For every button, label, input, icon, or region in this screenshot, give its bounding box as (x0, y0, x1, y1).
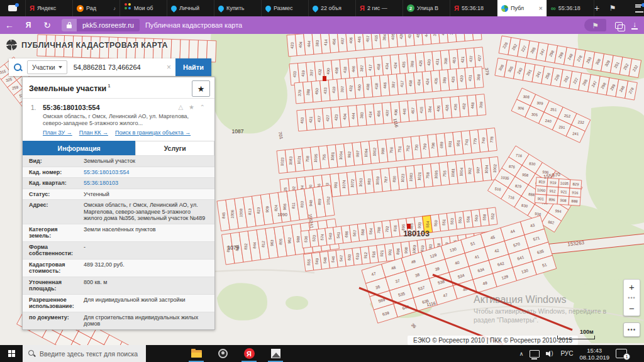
parcel-number: 916 (572, 190, 579, 195)
taskbar-app-photos[interactable] (267, 345, 284, 362)
taskbar-app-file-explorer[interactable] (187, 345, 205, 362)
browser-tab-10[interactable]: Я55:36:18 (450, 0, 497, 16)
parcel-number: 458 (376, 63, 381, 70)
result-link-2[interactable]: Поиск в границах объекта → (115, 129, 191, 136)
parcel-number: 567 (352, 229, 357, 236)
zoom-slider-dots[interactable]: ••• (624, 294, 640, 301)
panels-button[interactable] (626, 0, 644, 16)
start-button[interactable] (0, 345, 23, 362)
scale-bar (557, 336, 595, 339)
browser-tab-12[interactable]: ∞55:36:18 (547, 0, 594, 16)
detail-value: - (84, 242, 214, 259)
parcel-number: 916 (371, 251, 376, 258)
favorites-star-button[interactable]: ★ (192, 80, 210, 97)
search-category-select[interactable]: Участки (27, 60, 67, 74)
yandex-browser-icon: Я (244, 348, 255, 359)
search-input[interactable] (72, 63, 162, 72)
browser-tab-0[interactable] (0, 0, 26, 16)
browser-tab-1[interactable]: ЯЯндекс (26, 0, 73, 16)
refresh-button[interactable]: ↻ (38, 20, 57, 30)
add-bookmark-button[interactable]: ⚑ (584, 19, 606, 31)
taskbar-search[interactable]: Введите здесь текст для поиска (23, 345, 146, 362)
tab-audio-icon[interactable]: ♪ (113, 6, 116, 11)
search-submit-button[interactable]: Найти (175, 58, 211, 76)
apps-grid-icon (125, 3, 127, 6)
site-header: ПУБЛИЧНАЯ КАДАСТРОВАЯ КАРТА (6, 40, 168, 50)
clear-search-icon[interactable]: × (167, 63, 171, 72)
parcel-number: 305 (531, 112, 538, 117)
taskbar-app-obs[interactable] (214, 345, 231, 362)
parcel-number: 813 (247, 208, 252, 215)
parcel-number: 420 (459, 75, 464, 82)
quarter-label: 1090 (277, 212, 287, 217)
network-icon[interactable] (530, 350, 540, 358)
parcel-number: 819 (419, 244, 425, 251)
tab-title: Улица В (417, 5, 446, 11)
result-index: 1. (31, 104, 36, 111)
tab-информация[interactable]: Информация (23, 141, 135, 155)
back-button[interactable]: ← (0, 20, 19, 30)
parcel-number: 445 (402, 107, 407, 114)
detail-value[interactable]: 55:36:180103 (84, 178, 214, 189)
browser-tab-5[interactable]: Купить (214, 0, 262, 16)
parcel-number: 433 (292, 70, 297, 77)
tab-close-icon[interactable]: × (539, 4, 543, 12)
parcel-number: 779 (472, 138, 477, 145)
detail-value[interactable]: 55:36:180103:554 (84, 167, 214, 178)
parcel-number: 997 (475, 167, 480, 173)
parcel-number: 1081 (330, 151, 335, 161)
new-tab-button[interactable]: + (594, 0, 599, 16)
parcel-number: 387 (391, 81, 396, 88)
parcel-number: 432 (317, 69, 322, 75)
parcel-number: 988 (296, 236, 300, 243)
download-icon[interactable]: ↓ (631, 21, 638, 30)
tab-title: Размес (274, 5, 304, 11)
result-item[interactable]: 1. 55:36:180103:554 △ ★ ⌃ Омская область… (29, 104, 208, 136)
browser-tab-2[interactable]: Рад♪ (73, 0, 120, 16)
result-link-1[interactable]: План КК → (79, 129, 108, 136)
map-search-bar: Участки × Найти (9, 58, 211, 76)
map-zoom-in-button[interactable]: + (624, 280, 640, 294)
parcel-number: 419 (331, 86, 336, 93)
parcel-number: 792 (384, 226, 389, 233)
parcel-number: 752 (406, 145, 411, 151)
result-item-icons[interactable]: △ ★ ⌃ (178, 104, 207, 111)
notification-icon[interactable]: 1 (616, 349, 627, 358)
browser-tab-11[interactable]: Публ× (497, 0, 547, 16)
windows-logo-icon (8, 350, 15, 357)
detail-label: Уточненная площадь: (23, 277, 84, 294)
parcel-number: 424 (392, 62, 397, 69)
language-indicator[interactable]: РУС (560, 350, 573, 357)
parcel-number: 921 (379, 250, 384, 256)
parcel-number: 555 (306, 258, 311, 265)
parcel-number: 387 (359, 65, 364, 72)
site-security-chip[interactable] (62, 19, 77, 31)
taskbar-apps: Я (187, 345, 284, 362)
browser-tab-6[interactable]: Размес (262, 0, 309, 16)
parcel-number: 411 (441, 34, 446, 36)
parcel-number: 309 (536, 101, 543, 106)
map-more-options-button[interactable]: ••• (623, 322, 640, 337)
browser-tab-8[interactable]: Я2 гис — (356, 0, 403, 16)
tray-chevron-icon[interactable]: ∧ (519, 351, 524, 357)
system-tray: ∧ ) РУС 15:43 08.10.2019 1 (519, 347, 644, 361)
bookmarks-flag-button[interactable]: ⚑ (599, 0, 626, 16)
taskbar-app-yandex-browser[interactable]: Я (240, 345, 258, 362)
browser-tab-3[interactable]: Мои об (120, 0, 167, 16)
tab-услуги[interactable]: Услуги (135, 141, 214, 155)
parcel-number: 425 (450, 76, 455, 83)
tab-title: Публ (511, 5, 536, 11)
map-parcel[interactable] (171, 39, 180, 60)
yandex-home-button[interactable]: Я (19, 21, 38, 30)
browser-tab-4[interactable]: Личный (167, 0, 214, 16)
map-zoom-out-button[interactable]: − (624, 301, 640, 315)
url-field[interactable]: pkk5.rosreestr.ru (62, 19, 140, 31)
result-link-0[interactable]: План ЗУ → (43, 129, 72, 136)
collections-icon[interactable] (615, 22, 623, 29)
parcel-number: 1035 (560, 181, 569, 185)
browser-tab-7[interactable]: 22 объя (309, 0, 356, 16)
browser-tab-9[interactable]: 2Улица В (403, 0, 450, 16)
clock[interactable]: 15:43 08.10.2019 (579, 347, 609, 361)
quarter-label: 1079 (228, 244, 240, 251)
volume-icon[interactable]: ) (546, 350, 554, 358)
